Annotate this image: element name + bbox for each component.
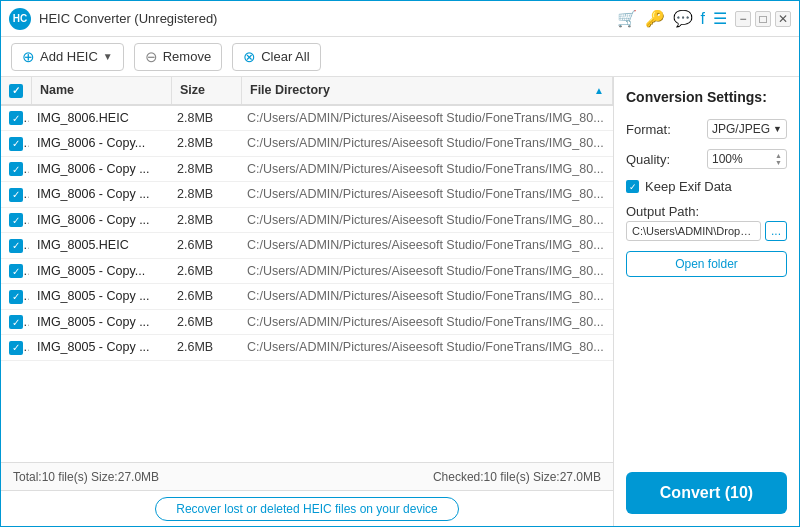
row-size: 2.6MB [169,233,239,259]
row-dir: C:/Users/ADMIN/Pictures/Aiseesoft Studio… [239,207,613,233]
row-checkbox-cell [1,131,29,157]
quality-input[interactable]: 100% ▲ ▼ [707,149,787,169]
format-select[interactable]: JPG/JPEG ▼ [707,119,787,139]
row-checkbox[interactable] [9,137,23,151]
file-rows: IMG_8006.HEIC 2.8MB C:/Users/ADMIN/Pictu… [1,106,613,361]
key-icon[interactable]: 🔑 [645,9,665,28]
table-row[interactable]: IMG_8006 - Copy ... 2.8MB C:/Users/ADMIN… [1,182,613,208]
row-name: IMG_8006 - Copy ... [29,182,169,208]
row-dir: C:/Users/ADMIN/Pictures/Aiseesoft Studio… [239,258,613,284]
recover-button[interactable]: Recover lost or deleted HEIC files on yo… [155,497,458,521]
row-name: IMG_8005 - Copy... [29,258,169,284]
keep-exif-label: Keep Exif Data [645,179,732,194]
row-checkbox-cell [1,207,29,233]
table-row[interactable]: IMG_8006.HEIC 2.8MB C:/Users/ADMIN/Pictu… [1,106,613,131]
recover-bar: Recover lost or deleted HEIC files on yo… [1,490,613,526]
header-size: Size [172,77,242,105]
main-content: Name Size File Directory ▲ [1,77,799,526]
table-row[interactable]: IMG_8006 - Copy... 2.8MB C:/Users/ADMIN/… [1,131,613,157]
maximize-button[interactable]: □ [755,11,771,27]
title-bar-icons: 🛒 🔑 💬 f ☰ − □ ✕ [617,9,791,28]
table-scroll-area[interactable]: IMG_8006.HEIC 2.8MB C:/Users/ADMIN/Pictu… [1,106,613,463]
row-checkbox[interactable] [9,188,23,202]
row-checkbox[interactable] [9,341,23,355]
row-checkbox[interactable] [9,290,23,304]
table-row[interactable]: IMG_8005 - Copy ... 2.6MB C:/Users/ADMIN… [1,335,613,361]
row-dir: C:/Users/ADMIN/Pictures/Aiseesoft Studio… [239,131,613,157]
app-logo: HC [9,8,31,30]
row-size: 2.8MB [169,182,239,208]
row-name: IMG_8006 - Copy ... [29,207,169,233]
spin-down-icon[interactable]: ▼ [775,159,782,166]
chat-icon[interactable]: 💬 [673,9,693,28]
close-button[interactable]: ✕ [775,11,791,27]
row-name: IMG_8006 - Copy... [29,131,169,157]
add-icon: ⊕ [22,48,35,66]
row-size: 2.6MB [169,309,239,335]
row-dir: C:/Users/ADMIN/Pictures/Aiseesoft Studio… [239,335,613,361]
table-row[interactable]: IMG_8005 - Copy ... 2.6MB C:/Users/ADMIN… [1,309,613,335]
file-table-body: IMG_8006.HEIC 2.8MB C:/Users/ADMIN/Pictu… [1,106,613,361]
status-bar: Total:10 file(s) Size:27.0MB Checked:10 … [1,462,613,490]
quality-row: Quality: 100% ▲ ▼ [626,149,787,169]
header-checkbox[interactable] [9,84,23,98]
cart-icon[interactable]: 🛒 [617,9,637,28]
title-bar-left: HC HEIC Converter (Unregistered) [9,8,217,30]
table-row[interactable]: IMG_8005 - Copy ... 2.6MB C:/Users/ADMIN… [1,284,613,310]
row-checkbox[interactable] [9,213,23,227]
title-bar: HC HEIC Converter (Unregistered) 🛒 🔑 💬 f… [1,1,799,37]
table-row[interactable]: IMG_8005 - Copy... 2.6MB C:/Users/ADMIN/… [1,258,613,284]
row-checkbox[interactable] [9,162,23,176]
open-folder-button[interactable]: Open folder [626,251,787,277]
sort-icon: ▲ [594,85,604,96]
menu-icon[interactable]: ☰ [713,9,727,28]
spin-up-icon[interactable]: ▲ [775,152,782,159]
header-name: Name [32,77,172,105]
clear-all-button[interactable]: ⊗ Clear All [232,43,320,71]
row-name: IMG_8005 - Copy ... [29,335,169,361]
clear-icon: ⊗ [243,48,256,66]
row-checkbox[interactable] [9,239,23,253]
remove-icon: ⊖ [145,48,158,66]
row-checkbox-cell [1,106,29,131]
row-checkbox-cell [1,335,29,361]
table-row[interactable]: IMG_8006 - Copy ... 2.8MB C:/Users/ADMIN… [1,156,613,182]
window-controls: − □ ✕ [735,11,791,27]
row-dir: C:/Users/ADMIN/Pictures/Aiseesoft Studio… [239,182,613,208]
table-row[interactable]: IMG_8005.HEIC 2.6MB C:/Users/ADMIN/Pictu… [1,233,613,259]
browse-button[interactable]: ... [765,221,787,241]
add-heic-label: Add HEIC [40,49,98,64]
keep-exif-checkbox[interactable] [626,180,639,193]
row-name: IMG_8006.HEIC [29,106,169,131]
row-checkbox-cell [1,309,29,335]
row-size: 2.8MB [169,106,239,131]
format-dropdown-icon: ▼ [773,124,782,134]
table-row[interactable]: IMG_8006 - Copy ... 2.8MB C:/Users/ADMIN… [1,207,613,233]
header-directory: File Directory ▲ [242,77,613,105]
row-checkbox-cell [1,233,29,259]
minimize-button[interactable]: − [735,11,751,27]
row-size: 2.6MB [169,284,239,310]
row-name: IMG_8005 - Copy ... [29,309,169,335]
facebook-icon[interactable]: f [701,10,705,28]
main-window: HC HEIC Converter (Unregistered) 🛒 🔑 💬 f… [0,0,800,527]
add-heic-button[interactable]: ⊕ Add HEIC ▼ [11,43,124,71]
row-checkbox[interactable] [9,264,23,278]
window-title: HEIC Converter (Unregistered) [39,11,217,26]
output-path-input[interactable]: C:\Users\ADMIN\Dropbox\PC\ [626,221,761,241]
row-size: 2.8MB [169,156,239,182]
toolbar: ⊕ Add HEIC ▼ ⊖ Remove ⊗ Clear All [1,37,799,77]
quality-label: Quality: [626,152,670,167]
row-checkbox[interactable] [9,315,23,329]
row-name: IMG_8005 - Copy ... [29,284,169,310]
quality-spinner[interactable]: ▲ ▼ [775,152,782,166]
checked-status: Checked:10 file(s) Size:27.0MB [433,470,601,484]
row-size: 2.8MB [169,207,239,233]
format-label: Format: [626,122,671,137]
format-row: Format: JPG/JPEG ▼ [626,119,787,139]
row-checkbox-cell [1,156,29,182]
convert-button[interactable]: Convert (10) [626,472,787,514]
row-checkbox[interactable] [9,111,23,125]
row-size: 2.8MB [169,131,239,157]
remove-button[interactable]: ⊖ Remove [134,43,222,71]
